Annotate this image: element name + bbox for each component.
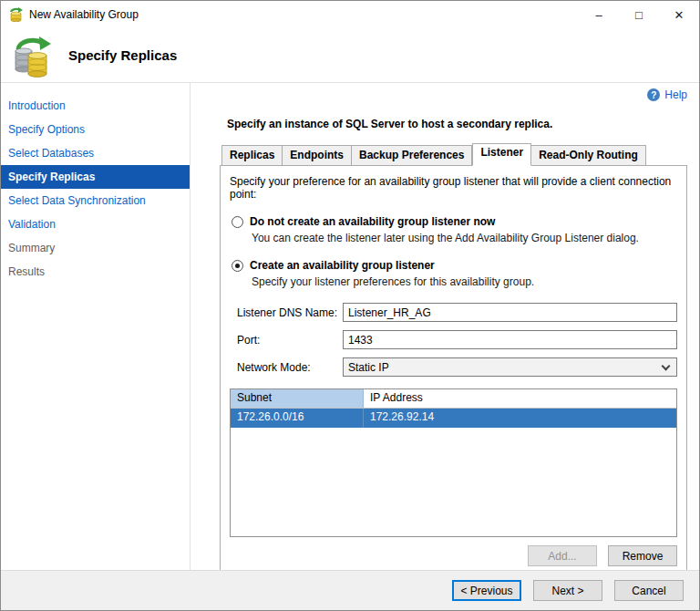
app-database-icon — [9, 7, 24, 22]
title-bar: New Availability Group – □ ✕ — [1, 1, 699, 28]
radio-no-listener[interactable]: Do not create an availability group list… — [232, 215, 677, 228]
cell-ip-address: 172.26.92.14 — [364, 409, 440, 428]
wizard-header: Specify Replicas — [1, 28, 699, 83]
window-controls: – □ ✕ — [579, 1, 699, 28]
dns-name-input[interactable] — [343, 303, 677, 322]
column-header-subnet[interactable]: Subnet — [231, 389, 364, 408]
wizard-steps-sidebar: Introduction Specify Options Select Data… — [1, 83, 190, 570]
wizard-footer: < Previous Next > Cancel — [1, 570, 699, 610]
dns-name-label: Listener DNS Name: — [237, 306, 343, 319]
sidebar-item-select-databases[interactable]: Select Databases — [1, 141, 190, 165]
radio-no-listener-circle[interactable] — [232, 216, 243, 228]
cell-subnet: 172.26.0.0/16 — [231, 409, 364, 428]
help-icon: ? — [647, 88, 660, 101]
port-row: Port: — [237, 330, 677, 349]
help-link[interactable]: ? Help — [220, 88, 687, 101]
radio-create-listener[interactable]: Create an availability group listener — [232, 259, 677, 272]
next-button[interactable]: Next > — [533, 580, 602, 601]
sidebar-item-summary: Summary — [1, 236, 190, 260]
tab-read-only-routing[interactable]: Read-Only Routing — [531, 145, 646, 166]
minimize-button[interactable]: – — [579, 1, 619, 28]
tab-replicas[interactable]: Replicas — [221, 145, 283, 166]
network-mode-value: Static IP — [348, 361, 663, 374]
listener-form: Listener DNS Name: Port: Network Mode: S… — [237, 303, 677, 385]
previous-button[interactable]: < Previous — [452, 580, 521, 601]
grid-header-row: Subnet IP Address — [231, 389, 676, 409]
sidebar-item-select-data-synchronization[interactable]: Select Data Synchronization — [1, 189, 190, 212]
network-mode-dropdown[interactable]: Static IP — [343, 357, 677, 377]
help-label: Help — [664, 88, 687, 101]
table-row[interactable]: 172.26.0.0/16 172.26.92.14 — [231, 409, 676, 428]
main-content: ? Help Specify an instance of SQL Server… — [190, 83, 699, 570]
port-label: Port: — [237, 334, 343, 347]
grid-button-row: Add... Remove — [230, 545, 677, 566]
cancel-button[interactable]: Cancel — [614, 580, 684, 601]
page-title: Specify Replicas — [68, 47, 177, 63]
sidebar-item-specify-replicas[interactable]: Specify Replicas — [1, 165, 190, 189]
remove-button[interactable]: Remove — [608, 545, 677, 566]
sidebar-item-validation[interactable]: Validation — [1, 212, 190, 236]
tab-backup-preferences[interactable]: Backup Preferences — [352, 145, 472, 166]
radio-create-listener-circle[interactable] — [232, 260, 243, 272]
instruction-text: Specify an instance of SQL Server to hos… — [227, 118, 687, 130]
listener-tab-panel: Specify your preference for an availabil… — [220, 165, 687, 576]
sidebar-item-specify-options[interactable]: Specify Options — [1, 118, 190, 141]
grid-empty-area — [231, 428, 676, 536]
wizard-body: Introduction Specify Options Select Data… — [1, 83, 699, 570]
close-button[interactable]: ✕ — [659, 1, 699, 28]
port-input[interactable] — [343, 330, 677, 349]
tab-listener[interactable]: Listener — [472, 143, 531, 166]
chevron-down-icon — [662, 361, 671, 370]
radio-create-listener-label: Create an availability group listener — [250, 259, 435, 272]
database-sync-icon — [12, 36, 54, 78]
radio-no-listener-label: Do not create an availability group list… — [250, 215, 495, 228]
tab-strip: Replicas Endpoints Backup Preferences Li… — [220, 145, 687, 166]
sidebar-item-introduction[interactable]: Introduction — [1, 94, 190, 118]
add-button: Add... — [528, 545, 597, 566]
ip-address-grid: Subnet IP Address 172.26.0.0/16 172.26.9… — [230, 388, 677, 537]
radio-create-listener-desc: Specify your listener preferences for th… — [252, 275, 677, 288]
listener-intro-text: Specify your preference for an availabil… — [230, 175, 677, 201]
network-mode-row: Network Mode: Static IP — [237, 357, 677, 377]
new-availability-group-window: New Availability Group – □ ✕ — [0, 0, 700, 611]
maximize-button[interactable]: □ — [619, 1, 659, 28]
dns-name-row: Listener DNS Name: — [237, 303, 677, 322]
column-header-ip-address[interactable]: IP Address — [364, 389, 676, 408]
tab-endpoints[interactable]: Endpoints — [283, 145, 352, 166]
window-title: New Availability Group — [29, 8, 139, 21]
radio-no-listener-desc: You can create the listener later using … — [252, 232, 677, 244]
network-mode-label: Network Mode: — [237, 361, 343, 374]
sidebar-item-results: Results — [1, 260, 190, 284]
